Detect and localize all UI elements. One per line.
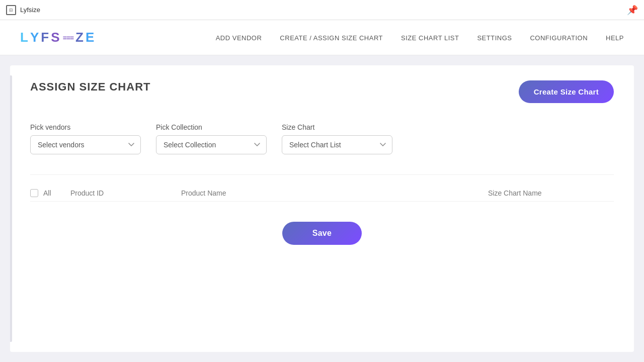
pick-collection-group: Pick Collection Select Collection: [156, 123, 267, 154]
save-section: Save: [30, 222, 614, 245]
nav-item-help[interactable]: HELP: [606, 33, 624, 42]
pick-vendors-group: Pick vendors Select vendors: [30, 123, 141, 154]
logo: L Y F S ≡≡≡ Z E: [20, 30, 95, 45]
col-product-id-header: Product ID: [70, 189, 181, 197]
size-chart-select[interactable]: Select Chart List: [282, 135, 392, 154]
size-chart-group: Size Chart Select Chart List: [282, 123, 392, 154]
logo-letter-l: L: [20, 30, 29, 45]
table-header: All Product ID Product Name Size Chart N…: [30, 185, 614, 202]
col-size-chart-name-header: Size Chart Name: [488, 189, 614, 197]
form-section: Pick vendors Select vendors Pick Collect…: [30, 123, 614, 154]
logo-letter-f: F: [41, 30, 50, 45]
size-chart-label: Size Chart: [282, 123, 392, 131]
nav-item-configuration[interactable]: CONFIGURATION: [530, 33, 588, 42]
select-all-label: All: [43, 189, 51, 197]
pick-collection-select[interactable]: Select Collection: [156, 135, 267, 154]
table-section: All Product ID Product Name Size Chart N…: [30, 174, 614, 202]
pick-vendors-label: Pick vendors: [30, 123, 141, 131]
logo-letter-s: S: [51, 30, 60, 45]
logo-letter-y: Y: [30, 30, 40, 45]
pick-collection-label: Pick Collection: [156, 123, 267, 131]
app-wrapper: L Y F S ≡≡≡ Z E ADD VENDOR CREATE / ASSI…: [0, 20, 644, 362]
logo-dash: ≡≡≡: [62, 34, 73, 42]
nav-item-create-assign[interactable]: CREATE / ASSIGN SIZE CHART: [280, 33, 383, 42]
nav-item-add-vendor[interactable]: ADD VENDOR: [216, 33, 262, 42]
window-icon: ⊟: [6, 5, 16, 15]
pick-vendors-select[interactable]: Select vendors: [30, 135, 141, 154]
col-product-name-header: Product Name: [181, 189, 488, 197]
title-bar: ⊟ Lyfsize 📌: [0, 0, 644, 20]
logo-letter-e: E: [86, 30, 95, 45]
content-area: ASSIGN SIZE CHART Create Size Chart Pick…: [10, 65, 634, 352]
nav-bar: L Y F S ≡≡≡ Z E ADD VENDOR CREATE / ASSI…: [0, 20, 644, 55]
col-checkbox-header: All: [30, 189, 70, 197]
logo-letter-z: Z: [75, 30, 85, 45]
nav-links: ADD VENDOR CREATE / ASSIGN SIZE CHART SI…: [216, 33, 624, 42]
title-bar-title: Lyfsize: [20, 6, 40, 14]
nav-item-size-chart-list[interactable]: SIZE CHART LIST: [401, 33, 459, 42]
nav-item-settings[interactable]: SETTINGS: [477, 33, 512, 42]
save-button[interactable]: Save: [282, 222, 362, 245]
title-bar-left: ⊟ Lyfsize: [6, 5, 40, 15]
create-size-chart-button[interactable]: Create Size Chart: [519, 80, 614, 103]
pin-icon: 📌: [627, 5, 638, 16]
page-title: ASSIGN SIZE CHART: [30, 80, 150, 94]
page-header: ASSIGN SIZE CHART Create Size Chart: [30, 80, 614, 103]
select-all-checkbox[interactable]: [30, 189, 38, 197]
